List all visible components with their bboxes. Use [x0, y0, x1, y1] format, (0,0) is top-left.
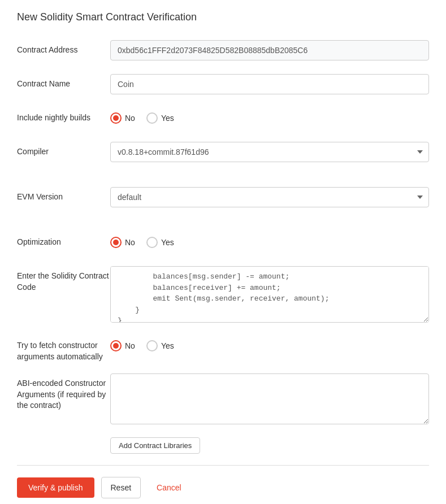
verify-publish-button[interactable]: Verify & publish [17, 477, 94, 498]
fetch-constructor-wrap: No Yes [110, 336, 429, 351]
compiler-row: Compiler v0.8.18+commit.87f61d96 v0.8.17… [17, 142, 429, 164]
contract-name-wrap [110, 74, 429, 94]
page-title: New Solidity Smart Contract Verification [17, 11, 429, 23]
optimization-radio-group: No Yes [110, 232, 429, 248]
optimization-no-label: No [125, 238, 135, 247]
include-nightly-no-option[interactable]: No [110, 112, 135, 124]
optimization-yes-radio[interactable] [146, 237, 158, 248]
include-nightly-yes-option[interactable]: Yes [146, 112, 174, 124]
fetch-constructor-no-label: No [125, 341, 135, 350]
include-nightly-no-radio[interactable] [110, 112, 122, 124]
evm-version-wrap: default homestead tangerineWhistle spuri… [110, 187, 429, 207]
include-nightly-yes-radio[interactable] [146, 112, 158, 124]
contract-code-textarea[interactable]: balances[msg.sender] -= amount; balances… [110, 266, 429, 323]
contract-name-input[interactable] [110, 74, 429, 94]
contract-code-wrap: balances[msg.sender] -= amount; balances… [110, 266, 429, 324]
action-divider [17, 465, 429, 466]
include-nightly-no-dot [113, 115, 119, 121]
evm-version-select[interactable]: default homestead tangerineWhistle spuri… [110, 187, 429, 207]
optimization-no-dot [113, 240, 119, 245]
include-nightly-row: Include nightly builds No Yes [17, 108, 429, 131]
include-nightly-radio-group: No Yes [110, 108, 429, 124]
evm-version-label: EVM Version [17, 187, 110, 203]
fetch-constructor-yes-radio[interactable] [146, 340, 158, 351]
include-nightly-yes-label: Yes [161, 114, 174, 123]
evm-version-row: EVM Version default homestead tangerineW… [17, 187, 429, 210]
contract-code-label: Enter the Solidity Contract Code [17, 266, 110, 293]
add-library-section: Add Contract Libraries [110, 437, 429, 454]
compiler-label: Compiler [17, 142, 110, 158]
contract-address-row: Contract Address [17, 40, 429, 63]
optimization-no-option[interactable]: No [110, 237, 135, 248]
fetch-constructor-no-option[interactable]: No [110, 340, 135, 351]
action-row: Verify & publish Reset Cancel [17, 477, 429, 498]
optimization-yes-option[interactable]: Yes [146, 237, 174, 248]
abi-arguments-textarea[interactable] [110, 373, 429, 424]
fetch-constructor-yes-label: Yes [161, 341, 174, 350]
fetch-constructor-row: Try to fetch constructor arguments autom… [17, 336, 429, 362]
optimization-label: Optimization [17, 232, 110, 248]
contract-name-label: Contract Name [17, 74, 110, 90]
contract-name-row: Contract Name [17, 74, 429, 97]
reset-button[interactable]: Reset [101, 477, 141, 498]
optimization-row: Optimization No Yes [17, 232, 429, 255]
contract-code-row: Enter the Solidity Contract Code balance… [17, 266, 429, 324]
compiler-wrap: v0.8.18+commit.87f61d96 v0.8.17+commit.8… [110, 142, 429, 162]
abi-arguments-row: ABI-encoded Constructor Arguments (if re… [17, 373, 429, 426]
contract-address-label: Contract Address [17, 40, 110, 56]
fetch-constructor-yes-option[interactable]: Yes [146, 340, 174, 351]
contract-address-wrap [110, 40, 429, 60]
optimization-no-radio[interactable] [110, 237, 122, 248]
abi-arguments-label: ABI-encoded Constructor Arguments (if re… [17, 373, 110, 411]
include-nightly-wrap: No Yes [110, 108, 429, 124]
contract-address-input[interactable] [110, 40, 429, 60]
cancel-button[interactable]: Cancel [148, 477, 190, 498]
optimization-yes-label: Yes [161, 238, 174, 247]
include-nightly-no-label: No [125, 114, 135, 123]
add-contract-libraries-button[interactable]: Add Contract Libraries [110, 437, 200, 454]
abi-arguments-wrap [110, 373, 429, 426]
fetch-constructor-radio-group: No Yes [110, 336, 429, 351]
page-container: New Solidity Smart Contract Verification… [0, 0, 446, 504]
fetch-constructor-label: Try to fetch constructor arguments autom… [17, 336, 110, 362]
compiler-select[interactable]: v0.8.18+commit.87f61d96 v0.8.17+commit.8… [110, 142, 429, 162]
include-nightly-label: Include nightly builds [17, 108, 110, 124]
optimization-wrap: No Yes [110, 232, 429, 248]
fetch-constructor-no-dot [113, 343, 119, 349]
fetch-constructor-no-radio[interactable] [110, 340, 122, 351]
